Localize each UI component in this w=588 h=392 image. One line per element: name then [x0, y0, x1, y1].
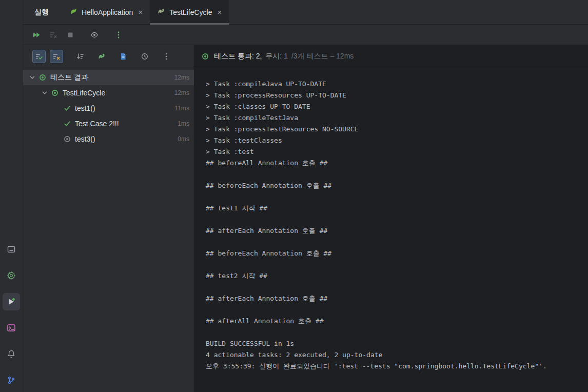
rerun-tests-icon[interactable] — [29, 28, 44, 42]
console-line: ## beforeEach Annotation 호출 ## — [206, 248, 580, 259]
tool-window-title: 실행 — [23, 8, 62, 17]
console-line: BUILD SUCCESSFUL in 1s — [206, 338, 580, 349]
tree-row-time: 1ms — [178, 120, 194, 127]
tree-row-time: 0ms — [178, 135, 194, 143]
console-line: ## afterAll Annotation 호출 ## — [206, 316, 580, 327]
tree-row-time: 12ms — [174, 89, 194, 96]
terminal-icon[interactable] — [3, 319, 20, 337]
console-line — [206, 169, 580, 180]
test-check-icon — [62, 104, 72, 112]
tab-helloapplication[interactable]: HelloApplication × — [62, 0, 150, 24]
tree-row-testlifecycle[interactable]: TestLifeCycle 12ms — [23, 85, 194, 101]
tree-row-label: test1() — [75, 104, 95, 112]
test-passed-icon — [200, 52, 210, 61]
gradle-icon — [157, 7, 165, 17]
console-line: > Task :testClasses — [206, 135, 580, 146]
tree-row-label: test3() — [75, 135, 95, 143]
console-line: ## test2 시작 ## — [206, 270, 580, 282]
eye-icon[interactable] — [87, 28, 102, 42]
chevron-down-icon[interactable] — [27, 73, 37, 82]
console-line — [206, 237, 580, 248]
console-line: ## beforeAll Annotation 호출 ## — [206, 158, 580, 169]
console-body[interactable]: > Task :compileJava UP-TO-DATE> Task :pr… — [194, 68, 588, 392]
tab-label: TestLifeCycle — [169, 8, 212, 16]
status-ignored-text: 무시: 1 — [265, 52, 288, 61]
tab-label: HelloApplication — [82, 8, 133, 16]
console-line: 오후 3:55:39: 실행이 완료되었습니다 ':test --tests "… — [206, 361, 580, 372]
test-panel-toolbar — [23, 45, 194, 68]
git-branch-icon[interactable] — [3, 371, 20, 389]
console-line — [206, 282, 580, 293]
console-line: > Task :processResources UP-TO-DATE — [206, 90, 580, 101]
test-ignored-icon — [62, 135, 72, 143]
tree-row-time: 12ms — [174, 74, 194, 81]
ide-run-tool-window: 실행 HelloApplication × TestLifeCycle × — [0, 0, 588, 392]
chevron-spacer — [52, 120, 62, 128]
chevron-spacer — [52, 135, 62, 143]
notifications-bell-icon[interactable] — [3, 345, 20, 363]
console-line — [206, 304, 580, 316]
tab-testlifecycle[interactable]: TestLifeCycle × — [150, 0, 229, 24]
console-line: ## test1 시작 ## — [206, 203, 580, 214]
console-line — [206, 327, 580, 338]
console-line: > Task :test — [206, 146, 580, 158]
rerun-failed-tests-icon[interactable] — [46, 28, 61, 42]
tree-row-label: TestLifeCycle — [63, 89, 105, 97]
test-history-icon[interactable] — [138, 50, 151, 63]
chevron-spacer — [52, 104, 62, 112]
console-line: > Task :compileJava UP-TO-DATE — [206, 79, 580, 90]
console-line — [206, 259, 580, 270]
tree-row-label: 테스트 결과 — [50, 73, 88, 82]
tree-row-time: 11ms — [175, 105, 194, 112]
tree-row-test-results[interactable]: 테스트 결과 12ms — [23, 70, 194, 85]
console-line: ## afterEach Annotation 호출 ## — [206, 225, 580, 237]
tree-row-test3[interactable]: test3() 0ms — [23, 131, 194, 147]
console-line: > Task :compileTestJava — [206, 112, 580, 124]
close-icon[interactable]: × — [138, 8, 143, 16]
tree-row-label: Test Case 2!!! — [75, 120, 119, 128]
tool-window-stripe — [0, 0, 23, 392]
console-line — [206, 214, 580, 225]
console-line — [206, 191, 580, 203]
test-passed-icon — [50, 89, 60, 97]
console-line: 4 actionable tasks: 2 executed, 2 up-to-… — [206, 349, 580, 361]
more-options-icon[interactable] — [160, 50, 173, 63]
status-total-text: /3개 테스트 – 12ms — [291, 52, 354, 61]
show-ignored-icon[interactable] — [50, 50, 63, 63]
close-icon[interactable]: × — [217, 8, 222, 16]
chevron-down-icon[interactable] — [40, 89, 50, 97]
export-test-results-icon[interactable] — [116, 50, 130, 63]
console-line: ## beforeEach Annotation 호출 ## — [206, 180, 580, 191]
stop-icon[interactable] — [63, 28, 77, 42]
spring-boot-icon — [69, 7, 77, 17]
run-tab-bar: 실행 HelloApplication × TestLifeCycle × — [23, 0, 588, 25]
sort-by-duration-icon[interactable] — [73, 50, 87, 63]
console-panel: 테스트 통과: 2, 무시: 1 /3개 테스트 – 12ms > Task :… — [194, 45, 588, 392]
test-check-icon — [62, 120, 72, 128]
status-passed-text: 테스트 통과: 2, — [214, 52, 262, 61]
console-line: > Task :classes UP-TO-DATE — [206, 101, 580, 112]
test-status-bar: 테스트 통과: 2, 무시: 1 /3개 테스트 – 12ms — [194, 45, 588, 68]
run-toolbar — [23, 25, 588, 45]
test-tree: 테스트 결과 12ms TestLifeCycle 12ms — [23, 68, 194, 392]
test-results-panel: 테스트 결과 12ms TestLifeCycle 12ms — [23, 45, 194, 392]
gradle-icon[interactable] — [95, 50, 108, 63]
show-passed-icon[interactable] — [32, 50, 46, 63]
tree-row-test-case-2[interactable]: Test Case 2!!! 1ms — [23, 116, 194, 131]
run-tool-window-icon[interactable] — [3, 293, 20, 310]
test-passed-icon — [37, 73, 48, 82]
window-icon[interactable] — [3, 241, 20, 258]
tree-row-test1[interactable]: test1() 11ms — [23, 101, 194, 116]
settings-gear-icon[interactable] — [3, 267, 20, 284]
console-line: > Task :processTestResources NO-SOURCE — [206, 124, 580, 135]
more-options-icon[interactable] — [111, 28, 126, 42]
console-line: ## afterEach Annotation 호출 ## — [206, 293, 580, 304]
